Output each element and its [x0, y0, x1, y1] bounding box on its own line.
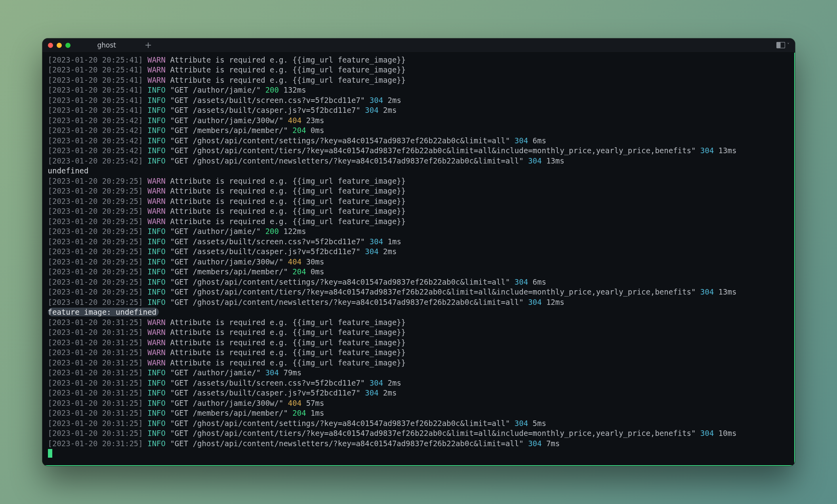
- cursor: [48, 449, 52, 458]
- log-line: [2023-01-20 20:31:25] INFO "GET /author/…: [48, 368, 789, 378]
- log-level: INFO: [147, 419, 166, 428]
- log-line: [2023-01-20 20:25:42] INFO "GET /members…: [48, 126, 789, 136]
- close-button[interactable]: [48, 43, 53, 48]
- log-line: [2023-01-20 20:29:25] WARN Attribute is …: [48, 186, 789, 196]
- log-line: [2023-01-20 20:25:41] WARN Attribute is …: [48, 55, 789, 65]
- log-line: [2023-01-20 20:25:42] INFO "GET /author/…: [48, 116, 789, 126]
- terminal-output[interactable]: [2023-01-20 20:25:41] WARN Attribute is …: [42, 53, 795, 466]
- log-level: INFO: [147, 146, 166, 155]
- log-line: [2023-01-20 20:29:25] WARN Attribute is …: [48, 206, 789, 217]
- terminal-window: ghost + ˅ [2023-01-20 20:25:41] WARN Att…: [42, 38, 795, 466]
- log-line: [2023-01-20 20:31:25] INFO "GET /members…: [48, 408, 789, 418]
- prompt-line[interactable]: [48, 449, 789, 459]
- log-level: INFO: [147, 368, 166, 377]
- log-level: INFO: [147, 126, 166, 135]
- log-line: [2023-01-20 20:31:25] WARN Attribute is …: [48, 327, 789, 338]
- log-line: [2023-01-20 20:31:25] INFO "GET /ghost/a…: [48, 428, 789, 439]
- log-line: [2023-01-20 20:31:25] WARN Attribute is …: [48, 358, 789, 368]
- log-line: [2023-01-20 20:29:25] WARN Attribute is …: [48, 196, 789, 207]
- log-line: [2023-01-20 20:31:25] WARN Attribute is …: [48, 318, 789, 328]
- log-level: INFO: [147, 106, 166, 114]
- log-level: WARN: [147, 348, 166, 357]
- log-level: INFO: [147, 136, 166, 145]
- log-line: [2023-01-20 20:31:25] WARN Attribute is …: [48, 338, 789, 348]
- log-line: undefined: [48, 166, 789, 176]
- log-line: [2023-01-20 20:29:25] INFO "GET /assets/…: [48, 237, 789, 247]
- maximize-button[interactable]: [65, 43, 71, 48]
- log-line: [2023-01-20 20:31:25] INFO "GET /author/…: [48, 398, 789, 409]
- log-level: WARN: [147, 207, 166, 215]
- log-level: INFO: [147, 399, 166, 407]
- new-tab-button[interactable]: +: [139, 41, 157, 49]
- log-level: INFO: [147, 287, 166, 296]
- log-level: INFO: [147, 278, 166, 286]
- minimize-button[interactable]: [57, 43, 62, 48]
- log-level: WARN: [147, 328, 166, 337]
- log-line: [2023-01-20 20:25:41] INFO "GET /author/…: [48, 85, 789, 95]
- log-level: WARN: [147, 65, 166, 74]
- log-line: [2023-01-20 20:29:25] INFO "GET /members…: [48, 267, 789, 277]
- log-line: [2023-01-20 20:25:41] WARN Attribute is …: [48, 75, 789, 86]
- log-level: WARN: [147, 217, 166, 226]
- split-view-icon: [776, 42, 785, 48]
- log-line: [2023-01-20 20:29:25] INFO "GET /author/…: [48, 226, 789, 237]
- log-level: INFO: [147, 378, 166, 387]
- log-line: [2023-01-20 20:29:25] WARN Attribute is …: [48, 176, 789, 186]
- log-level: WARN: [147, 338, 166, 347]
- log-line: [2023-01-20 20:29:25] INFO "GET /ghost/a…: [48, 297, 789, 308]
- log-line: [2023-01-20 20:31:25] INFO "GET /ghost/a…: [48, 418, 789, 429]
- log-line: [2023-01-20 20:29:25] INFO "GET /author/…: [48, 257, 789, 267]
- log-line: [2023-01-20 20:25:41] WARN Attribute is …: [48, 65, 789, 75]
- window-controls: [48, 43, 71, 48]
- log-line: [2023-01-20 20:25:42] INFO "GET /ghost/a…: [48, 156, 789, 166]
- log-line: [2023-01-20 20:29:25] WARN Attribute is …: [48, 217, 789, 227]
- log-line: [2023-01-20 20:25:41] INFO "GET /assets/…: [48, 105, 789, 116]
- log-level: WARN: [147, 186, 166, 195]
- log-line: [2023-01-20 20:31:25] INFO "GET /assets/…: [48, 378, 789, 388]
- svg-rect-1: [776, 42, 780, 48]
- log-level: INFO: [147, 96, 166, 105]
- log-level: INFO: [147, 247, 166, 256]
- log-level: WARN: [147, 318, 166, 327]
- log-level: INFO: [147, 429, 166, 437]
- log-level: INFO: [147, 86, 166, 94]
- log-level: INFO: [147, 267, 166, 276]
- log-level: WARN: [147, 55, 166, 64]
- log-plain-highlight: feature image: undefined: [48, 308, 159, 316]
- log-line: [2023-01-20 20:25:42] INFO "GET /ghost/a…: [48, 146, 789, 156]
- chevron-down-icon: ˅: [787, 42, 789, 48]
- log-level: INFO: [147, 116, 166, 125]
- log-level: INFO: [147, 409, 166, 417]
- log-line: [2023-01-20 20:31:25] WARN Attribute is …: [48, 348, 789, 358]
- log-level: INFO: [147, 227, 166, 236]
- log-level: INFO: [147, 257, 166, 266]
- log-line: [2023-01-20 20:29:25] INFO "GET /assets/…: [48, 247, 789, 257]
- log-level: WARN: [147, 177, 166, 185]
- log-line: [2023-01-20 20:29:25] INFO "GET /ghost/a…: [48, 287, 789, 297]
- split-view-button[interactable]: ˅: [776, 42, 789, 48]
- titlebar: ghost + ˅: [42, 38, 795, 53]
- log-level: INFO: [147, 156, 166, 165]
- log-line: [2023-01-20 20:31:25] INFO "GET /assets/…: [48, 388, 789, 398]
- log-level: WARN: [147, 358, 166, 367]
- tab-bar: ghost +: [86, 40, 158, 51]
- log-level: INFO: [147, 237, 166, 246]
- log-level: WARN: [147, 76, 166, 84]
- log-level: WARN: [147, 197, 166, 205]
- log-line: [2023-01-20 20:29:25] INFO "GET /ghost/a…: [48, 277, 789, 287]
- log-line: [2023-01-20 20:25:42] INFO "GET /ghost/a…: [48, 136, 789, 146]
- log-level: INFO: [147, 388, 166, 397]
- log-line: feature image: undefined: [48, 307, 789, 318]
- log-line: [2023-01-20 20:31:25] INFO "GET /ghost/a…: [48, 439, 789, 449]
- log-line: [2023-01-20 20:25:41] INFO "GET /assets/…: [48, 95, 789, 106]
- log-level: INFO: [147, 439, 166, 448]
- tab-ghost[interactable]: ghost: [86, 40, 128, 51]
- log-level: INFO: [147, 298, 166, 306]
